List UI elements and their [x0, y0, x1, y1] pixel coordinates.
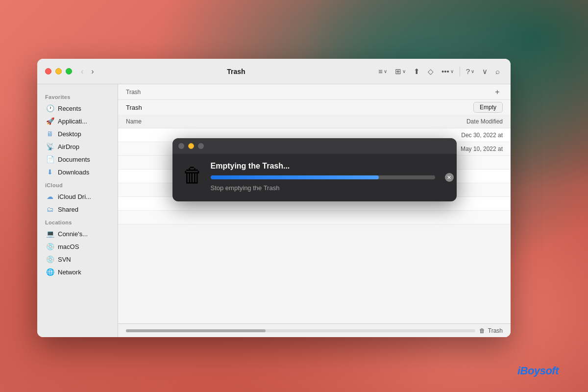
column-headers: Name Date Modified [118, 115, 511, 128]
recents-icon: 🕐 [46, 104, 54, 112]
list-view-chevron: ∨ [384, 69, 387, 74]
help-icon: ? [466, 67, 470, 75]
more-chevron: ∨ [450, 69, 454, 74]
add-tab-button[interactable]: + [492, 87, 503, 98]
minimize-button[interactable] [55, 68, 62, 74]
date-column-header: Date Modified [415, 118, 503, 125]
desktop-icon: 🖥 [46, 130, 54, 138]
scroll-indicator[interactable] [126, 329, 475, 332]
sidebar-item-label: Applicati... [58, 118, 87, 125]
sidebar-item-applications[interactable]: 🚀 Applicati... [39, 115, 116, 127]
sidebar-item-downloads[interactable]: ⬇ Downloads [39, 166, 116, 178]
share-icon: ⬆ [414, 67, 420, 76]
macos-icon: 💿 [46, 243, 54, 250]
sidebar-item-label: iCloud Dri... [58, 193, 91, 200]
cancel-progress-button[interactable]: ✕ [445, 173, 454, 182]
empty-trash-button[interactable]: Empty [473, 102, 503, 113]
tag-icon: ◇ [428, 67, 434, 76]
shared-icon: 🗂 [46, 205, 54, 213]
locations-section-label: Locations [37, 216, 118, 227]
sidebar-item-label: SVN [58, 256, 71, 263]
sidebar-item-label: AirDrop [58, 143, 79, 150]
sidebar-item-connies[interactable]: 💻 Connie's... [39, 227, 116, 240]
share-button[interactable]: ⬆ [411, 65, 423, 78]
sidebar-item-macos[interactable]: 💿 macOS [39, 240, 116, 253]
sidebar-item-desktop[interactable]: 🖥 Desktop [39, 127, 116, 140]
dialog-close-button[interactable] [178, 143, 184, 149]
sidebar-item-label: Recents [58, 105, 81, 112]
sidebar-item-label: Network [58, 269, 81, 276]
breadcrumb-bar: Trash + [118, 84, 511, 100]
more-button[interactable]: ••• ∨ [439, 65, 457, 77]
iboysoft-watermark: iBoysoft [517, 365, 559, 377]
toolbar-nav: ‹ › [78, 65, 97, 78]
more-icon: ••• [441, 67, 449, 75]
status-trash-icon: 🗑 [479, 327, 485, 334]
sidebar-item-label: Downloads [58, 169, 89, 176]
file-date: Dec 30, 2022 at [415, 132, 503, 139]
forward-button[interactable]: › [88, 65, 97, 78]
breadcrumb-text: Trash [126, 89, 141, 96]
expand-button[interactable]: ∨ [479, 65, 490, 78]
back-button[interactable]: ‹ [78, 65, 86, 78]
status-label-text: Trash [488, 327, 503, 334]
expand-icon: ∨ [482, 67, 488, 76]
sidebar-item-shared[interactable]: 🗂 Shared [39, 203, 116, 216]
dialog-title-bar [172, 138, 457, 154]
finder-window: ‹ › Trash ≡ ∨ ⊞ ∨ ⬆ ◇ ••• ∨ [37, 59, 511, 337]
dialog-maximize-button[interactable] [198, 143, 204, 149]
sidebar-item-recents[interactable]: 🕐 Recents [39, 102, 116, 115]
sidebar-item-label: Connie's... [58, 230, 88, 238]
grid-view-chevron: ∨ [402, 69, 406, 74]
list-view-icon: ≡ [378, 67, 383, 75]
progress-bar-fill [211, 175, 379, 179]
status-trash-label: 🗑 Trash [479, 327, 503, 334]
close-button[interactable] [45, 68, 51, 74]
toolbar-divider [460, 67, 460, 76]
scroll-thumb [126, 329, 266, 332]
main-content: Trash + Trash Empty Name Date Modified D… [118, 84, 511, 337]
dialog-body: 🗑 Emptying the Trash... ✕ Stop emptying … [172, 154, 457, 201]
airdrop-icon: 📡 [46, 143, 54, 150]
sidebar-item-label: Documents [58, 156, 90, 163]
downloads-icon: ⬇ [46, 168, 54, 176]
toolbar-title: Trash [103, 68, 369, 75]
grid-view-icon: ⊞ [395, 67, 401, 76]
table-row [118, 211, 511, 224]
sidebar-item-airdrop[interactable]: 📡 AirDrop [39, 140, 116, 153]
progress-row: ✕ [211, 175, 447, 179]
sidebar-item-svn[interactable]: 💿 SVN [39, 253, 116, 266]
tag-button[interactable]: ◇ [425, 65, 437, 78]
status-bar: 🗑 Trash [118, 323, 511, 337]
sidebar-item-label: Desktop [58, 130, 81, 138]
maximize-button[interactable] [66, 68, 72, 74]
grid-view-button[interactable]: ⊞ ∨ [392, 65, 409, 78]
sidebar: Favorites 🕐 Recents 🚀 Applicati... 🖥 Des… [37, 84, 118, 337]
trash-label-row: Trash Empty [118, 100, 511, 115]
trash-section-label: Trash [126, 104, 142, 111]
dialog-title: Emptying the Trash... [211, 162, 447, 171]
file-rows: Dec 30, 2022 at May 10, 2022 at [118, 128, 511, 323]
connies-icon: 💻 [46, 230, 54, 238]
name-column-header: Name [126, 118, 415, 125]
sidebar-item-network[interactable]: 🌐 Network [39, 266, 116, 278]
dialog-right: Emptying the Trash... ✕ Stop emptying th… [211, 162, 447, 192]
traffic-lights [45, 68, 72, 74]
dialog-minimize-button[interactable] [188, 143, 194, 149]
toolbar-icons: ≡ ∨ ⊞ ∨ ⬆ ◇ ••• ∨ ? ∨ ∨ [375, 65, 503, 78]
help-chevron: ∨ [471, 69, 474, 74]
search-icon: ⌕ [495, 67, 500, 75]
help-button[interactable]: ? ∨ [463, 65, 477, 77]
documents-icon: 📄 [46, 155, 54, 163]
progress-dialog: 🗑 Emptying the Trash... ✕ Stop emptying … [172, 138, 457, 201]
stop-emptying-button[interactable]: Stop emptying the Trash [211, 184, 447, 192]
list-view-button[interactable]: ≡ ∨ [375, 65, 390, 77]
search-button[interactable]: ⌕ [492, 65, 503, 77]
sidebar-item-documents[interactable]: 📄 Documents [39, 153, 116, 166]
progress-bar-container [211, 175, 435, 179]
sidebar-item-icloud-drive[interactable]: ☁ iCloud Dri... [39, 190, 116, 203]
title-bar: ‹ › Trash ≡ ∨ ⊞ ∨ ⬆ ◇ ••• ∨ [37, 59, 511, 84]
applications-icon: 🚀 [46, 117, 54, 125]
sidebar-item-label: macOS [58, 243, 79, 250]
icloud-section-label: iCloud [37, 178, 118, 190]
